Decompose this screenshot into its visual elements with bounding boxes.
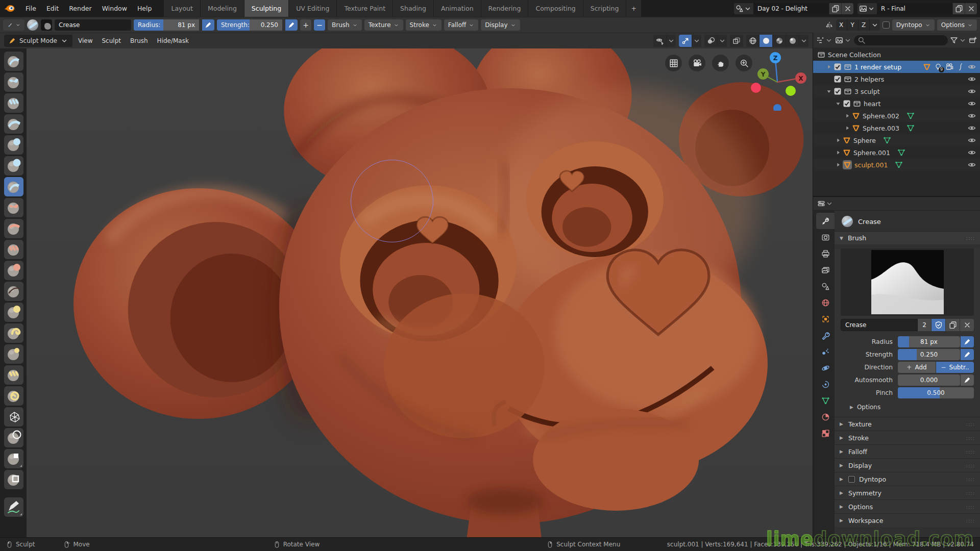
tool-clay[interactable]: [4, 72, 23, 92]
brush-panel-header[interactable]: ▼ Brush ::::: [835, 231, 980, 244]
tool-snake-hook[interactable]: [4, 323, 23, 343]
menu-help[interactable]: Help: [132, 1, 157, 16]
shading-rendered-icon[interactable]: [786, 35, 799, 47]
hide-in-viewport-toggle[interactable]: [968, 136, 976, 144]
view-layer-close-button[interactable]: [965, 3, 977, 14]
hide-in-viewport-toggle[interactable]: [968, 75, 976, 83]
direction-add-button[interactable]: +Add: [898, 362, 936, 373]
menu-edit[interactable]: Edit: [41, 1, 64, 16]
tool-grab[interactable]: [4, 303, 23, 322]
panel-falloff[interactable]: ▶Falloff::::: [835, 444, 980, 458]
mode-selector[interactable]: Sculpt Mode: [4, 35, 72, 47]
tool-layer[interactable]: [4, 114, 23, 134]
tool-inflate[interactable]: [4, 135, 23, 155]
overlays-dropdown[interactable]: [718, 35, 727, 47]
workspace-tab-rendering[interactable]: Rendering: [481, 0, 529, 17]
tool-smooth[interactable]: [4, 198, 23, 217]
camera-view-icon[interactable]: [689, 55, 705, 71]
toggle-grid-icon[interactable]: [665, 55, 682, 71]
brush-options-subpanel[interactable]: ▶ Options: [835, 400, 980, 413]
mirror-axis-y[interactable]: Y: [847, 19, 859, 31]
workspace-tab-sculpting[interactable]: Sculpting: [244, 0, 289, 17]
properties-tab-output[interactable]: [816, 245, 835, 262]
outliner-row-sphere-002[interactable]: Sphere.002: [813, 110, 980, 122]
tool-thumb[interactable]: [4, 344, 23, 364]
panel-texture[interactable]: ▶Texture::::: [835, 417, 980, 431]
hide-in-viewport-toggle[interactable]: [968, 87, 976, 95]
object-visibility-icon[interactable]: [653, 35, 667, 47]
strength-slider[interactable]: Strength: 0.250: [217, 19, 282, 31]
properties-tab-world[interactable]: [816, 294, 835, 311]
outliner-row-sphere[interactable]: Sphere: [813, 134, 980, 146]
tool-annotate[interactable]: [4, 497, 23, 517]
collection-checkbox[interactable]: [843, 99, 851, 108]
navigation-gizmo[interactable]: Z Y X: [747, 51, 807, 111]
outliner-row-heart[interactable]: heart: [813, 97, 980, 110]
tool-scrape[interactable]: [4, 261, 23, 280]
workspace-tab-compositing[interactable]: Compositing: [528, 0, 583, 17]
hide-in-viewport-toggle[interactable]: [968, 161, 976, 169]
scene-copy-button[interactable]: [829, 3, 841, 14]
scene-name[interactable]: Day 02 - Delight: [753, 3, 829, 14]
radius-pressure-toggle[interactable]: [961, 336, 974, 347]
pinch-slider[interactable]: 0.500: [898, 387, 974, 398]
properties-tab-physics[interactable]: [816, 360, 835, 376]
mirror-axis-x[interactable]: X: [836, 19, 847, 31]
gizmos-toggle-icon[interactable]: [679, 35, 692, 47]
hide-in-viewport-toggle[interactable]: [968, 148, 976, 157]
viewport-menu-sculpt[interactable]: Sculpt: [97, 35, 125, 47]
brush-users-button[interactable]: 2: [918, 319, 931, 331]
fake-user-toggle[interactable]: [932, 319, 945, 331]
outliner-editor-type-dropdown[interactable]: [816, 36, 833, 44]
properties-tab-object[interactable]: [816, 311, 835, 327]
menu-file[interactable]: File: [20, 1, 41, 16]
outliner-row-1-render-setup[interactable]: 1 render setup9: [813, 61, 980, 73]
direction-add-button[interactable]: +: [300, 19, 311, 31]
options-dropdown[interactable]: Options: [937, 19, 977, 31]
view-layer-name[interactable]: R - Final: [877, 3, 952, 14]
tool-mask[interactable]: [4, 428, 23, 447]
visibility-dropdown[interactable]: [667, 35, 676, 47]
display-popover[interactable]: Display: [481, 19, 520, 31]
tool-draw[interactable]: [4, 52, 23, 71]
viewport-canvas[interactable]: Z Y X: [0, 48, 813, 537]
brush-preview-box[interactable]: [841, 248, 974, 316]
tool-clay-strips[interactable]: [4, 93, 23, 113]
workspace-tab-modeling[interactable]: Modeling: [201, 0, 244, 17]
dyntopo-panel-checkbox[interactable]: [848, 476, 855, 483]
add-workspace-button[interactable]: +: [626, 0, 641, 17]
view-layer-copy-button[interactable]: [952, 3, 965, 14]
autosmooth-pressure-toggle[interactable]: [961, 374, 974, 386]
tool-rotate[interactable]: [4, 386, 23, 406]
collection-checkbox[interactable]: [834, 63, 842, 71]
viewport-menu-view[interactable]: View: [74, 35, 97, 47]
tool-nudge[interactable]: [4, 365, 23, 385]
panel-options[interactable]: ▶Options::::: [835, 499, 980, 513]
hide-in-viewport-toggle[interactable]: [968, 124, 976, 132]
radius-slider[interactable]: Radius: 81 px: [134, 19, 199, 31]
duplicate-brush-button[interactable]: [946, 319, 960, 331]
properties-tab-particles[interactable]: [816, 343, 835, 360]
workspace-tab-shading[interactable]: Shading: [393, 0, 434, 17]
panel-symmetry[interactable]: ▶Symmetry::::: [835, 486, 980, 499]
pan-view-icon[interactable]: [712, 55, 729, 71]
shading-solid-icon[interactable]: [760, 35, 773, 47]
menu-render[interactable]: Render: [64, 1, 97, 16]
workspace-tab-animation[interactable]: Animation: [434, 0, 481, 17]
outliner-row-2-helpers[interactable]: 2 helpers: [813, 73, 980, 85]
panel-workspace[interactable]: ▶Workspace::::: [835, 513, 980, 527]
panel-display[interactable]: ▶Display::::: [835, 458, 980, 472]
xray-toggle-icon[interactable]: [730, 35, 743, 47]
outliner-row-3-sculpt[interactable]: 3 sculpt: [813, 85, 980, 97]
workspace-tab-scripting[interactable]: Scripting: [583, 0, 627, 17]
workspace-tab-texture-paint[interactable]: Texture Paint: [337, 0, 393, 17]
properties-tab-render[interactable]: [816, 229, 835, 245]
unlink-brush-button[interactable]: [960, 319, 974, 331]
panel-dyntopo[interactable]: ▶Dyntopo::::: [835, 472, 980, 486]
outliner-row-scene-collection[interactable]: Scene Collection: [813, 48, 980, 61]
tool-box-mask[interactable]: [4, 449, 23, 468]
properties-tab-scene[interactable]: [816, 278, 835, 294]
outliner-row-sculpt-001[interactable]: sculpt.001: [813, 159, 980, 171]
brush-popover[interactable]: Brush: [328, 19, 362, 31]
viewport-menu-hide-mask[interactable]: Hide/Mask: [153, 35, 193, 47]
